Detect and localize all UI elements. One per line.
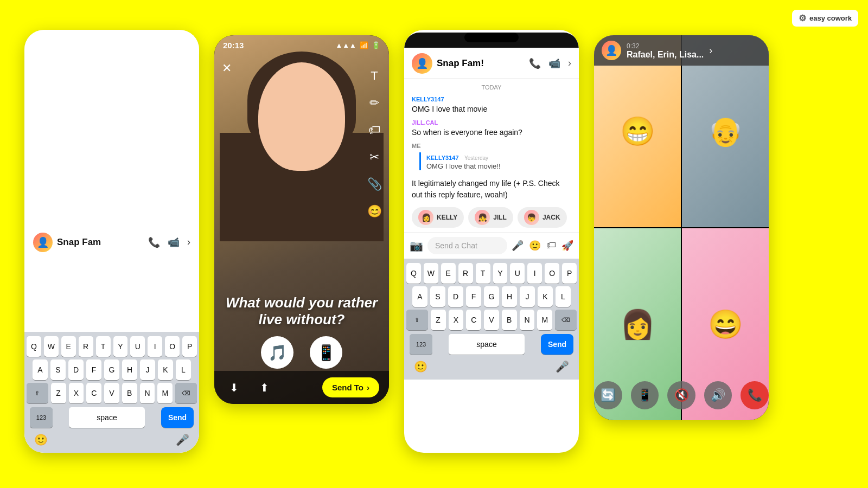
- p3-keyboard-row-1: Q W E R T Y U I O P: [406, 263, 577, 284]
- p3-key-p[interactable]: P: [562, 263, 577, 284]
- key-j[interactable]: J: [140, 359, 155, 380]
- p3-key-q[interactable]: Q: [406, 263, 421, 284]
- p3-key-i[interactable]: I: [527, 263, 542, 284]
- close-button[interactable]: ✕: [222, 61, 232, 75]
- p3-key-h[interactable]: H: [502, 286, 517, 307]
- key-backspace[interactable]: ⌫: [175, 383, 197, 403]
- scissors-tool-icon[interactable]: ✂: [366, 149, 382, 165]
- phone3-jill-text: So when is everyone free again?: [412, 127, 571, 138]
- flip-camera-button[interactable]: 🔄: [594, 381, 622, 409]
- phone3-chevron-icon[interactable]: ›: [568, 57, 571, 69]
- phone-option[interactable]: 📱: [310, 336, 342, 369]
- mute-button[interactable]: 🔇: [667, 381, 695, 409]
- key-k[interactable]: K: [158, 359, 173, 380]
- p3-key-m[interactable]: M: [537, 310, 552, 330]
- p3-key-n[interactable]: N: [520, 310, 535, 330]
- key-l[interactable]: L: [176, 359, 191, 380]
- key-u[interactable]: U: [130, 336, 145, 357]
- video-icon[interactable]: 📹: [168, 236, 180, 248]
- p3-key-z[interactable]: Z: [431, 310, 446, 330]
- mic-input-icon[interactable]: 🎤: [512, 240, 524, 252]
- pencil-tool-icon[interactable]: ✏: [366, 95, 382, 111]
- share-icon[interactable]: ⬆: [254, 378, 274, 397]
- sticker-input-icon[interactable]: 🏷: [546, 240, 556, 252]
- p3-key-space[interactable]: space: [449, 334, 525, 355]
- phone3-phone-icon[interactable]: 📞: [529, 57, 541, 69]
- key-g[interactable]: G: [104, 359, 119, 380]
- phone4-avatar: 👤: [602, 41, 621, 60]
- p3-key-b[interactable]: B: [502, 310, 517, 330]
- send-button[interactable]: Send: [161, 407, 194, 428]
- key-space[interactable]: space: [69, 407, 145, 428]
- key-a[interactable]: A: [33, 359, 48, 380]
- p3-key-l[interactable]: L: [556, 286, 571, 307]
- key-h[interactable]: H: [122, 359, 137, 380]
- p3-key-e[interactable]: E: [441, 263, 456, 284]
- key-c[interactable]: C: [86, 383, 101, 403]
- key-x[interactable]: X: [69, 383, 84, 403]
- music-option[interactable]: 🎵: [261, 336, 293, 369]
- p3-send-button[interactable]: Send: [541, 334, 573, 355]
- p3-key-c[interactable]: C: [466, 310, 481, 330]
- link-tool-icon[interactable]: 📎: [366, 176, 382, 192]
- key-t[interactable]: T: [96, 336, 111, 357]
- key-y[interactable]: Y: [113, 336, 128, 357]
- snap-status: ▲▲▲ 📶 🔋: [335, 41, 380, 49]
- chevron-right-icon[interactable]: ›: [187, 236, 190, 248]
- key-w[interactable]: W: [44, 336, 59, 357]
- p3-key-d[interactable]: D: [448, 286, 463, 307]
- p3-key-k[interactable]: K: [538, 286, 553, 307]
- text-tool-icon[interactable]: T: [366, 68, 382, 84]
- key-d[interactable]: D: [68, 359, 84, 380]
- mic-icon[interactable]: 🎤: [174, 433, 192, 446]
- p3-key-w[interactable]: W: [424, 263, 438, 284]
- p3-key-num[interactable]: 123: [410, 334, 432, 355]
- p3-key-t[interactable]: T: [476, 263, 490, 284]
- p3-key-shift[interactable]: ⇧: [406, 310, 428, 330]
- bitmoji-tool-icon[interactable]: 😊: [366, 203, 382, 220]
- key-num[interactable]: 123: [30, 407, 53, 428]
- key-n[interactable]: N: [140, 383, 155, 403]
- key-f[interactable]: F: [86, 359, 101, 380]
- download-icon[interactable]: ⬇: [224, 378, 244, 397]
- p3-key-g[interactable]: G: [484, 286, 499, 307]
- key-z[interactable]: Z: [51, 383, 66, 403]
- p3-key-o[interactable]: O: [545, 263, 559, 284]
- key-b[interactable]: B: [122, 383, 137, 403]
- p3-key-r[interactable]: R: [458, 263, 473, 284]
- phone3-video-icon[interactable]: 📹: [548, 57, 560, 69]
- key-r[interactable]: R: [79, 336, 93, 357]
- p3-key-f[interactable]: F: [466, 286, 481, 307]
- p3-key-y[interactable]: Y: [493, 263, 508, 284]
- bitmoji-input-icon[interactable]: 🚀: [561, 240, 573, 252]
- screen-share-button[interactable]: 📱: [631, 381, 659, 409]
- emoji-input-icon[interactable]: 🙂: [529, 240, 541, 252]
- key-s[interactable]: S: [50, 359, 66, 380]
- p3-key-backspace[interactable]: ⌫: [555, 310, 577, 330]
- end-call-button[interactable]: 📞: [741, 381, 769, 409]
- key-i[interactable]: I: [148, 336, 162, 357]
- speaker-button[interactable]: 🔊: [704, 381, 732, 409]
- send-to-button[interactable]: Send To ›: [322, 377, 379, 397]
- p3-emoji-keyboard-icon[interactable]: 🙂: [412, 360, 430, 373]
- phone4-chevron-icon[interactable]: ›: [709, 45, 712, 56]
- p3-key-u[interactable]: U: [510, 263, 525, 284]
- key-e[interactable]: E: [61, 336, 76, 357]
- p3-key-s[interactable]: S: [430, 286, 445, 307]
- p3-key-a[interactable]: A: [412, 286, 427, 307]
- phone-icon[interactable]: 📞: [148, 236, 160, 248]
- emoji-keyboard-icon[interactable]: 🙂: [32, 433, 50, 446]
- p3-key-v[interactable]: V: [484, 310, 499, 330]
- key-o[interactable]: O: [165, 336, 180, 357]
- sticker-tool-icon[interactable]: 🏷: [366, 122, 382, 138]
- key-m[interactable]: M: [157, 383, 173, 403]
- p3-key-x[interactable]: X: [449, 310, 464, 330]
- key-q[interactable]: Q: [27, 336, 41, 357]
- phone3-input-field[interactable]: Send a Chat: [427, 237, 507, 254]
- key-shift[interactable]: ⇧: [27, 383, 48, 403]
- key-p[interactable]: P: [182, 336, 197, 357]
- p3-key-j[interactable]: J: [520, 286, 535, 307]
- p3-mic-icon[interactable]: 🎤: [553, 360, 571, 373]
- phone3-camera-icon[interactable]: 📷: [410, 239, 423, 252]
- key-v[interactable]: V: [104, 383, 119, 403]
